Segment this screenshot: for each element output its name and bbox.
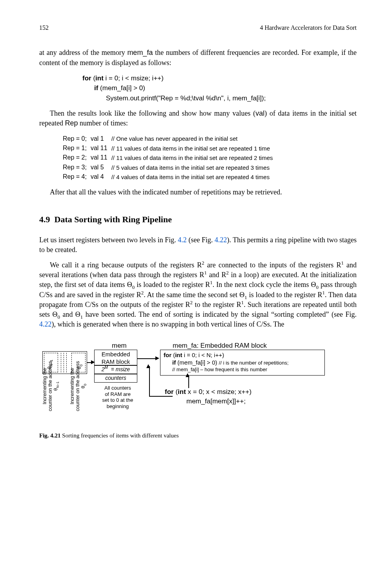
all-counters-note: All countersof RAM areset to 0 at thebeg… bbox=[96, 385, 139, 409]
memfa-title: mem_fa: Embedded RAM block bbox=[173, 341, 267, 350]
running-head: 4 Hardware Accelerators for Data Sort bbox=[260, 24, 357, 32]
table-row: Rep = 3;val 5// 5 values of data items i… bbox=[63, 163, 277, 172]
table-row: Rep = 4;val 4// 4 values of data items i… bbox=[63, 172, 277, 181]
after-results: After that all the values with the indic… bbox=[39, 187, 357, 197]
code-block-printf: for (int i = 0; i < msize; i++) if (mem_… bbox=[82, 73, 357, 103]
mem-label: mem bbox=[112, 341, 127, 350]
counters-box: counters bbox=[94, 374, 137, 383]
figure-link[interactable]: 4.2 bbox=[178, 236, 187, 244]
table-row: Rep = 2;val 11// 11 values of data items… bbox=[63, 153, 277, 162]
table-row: Rep = 1;val 11// 11 values of data items… bbox=[63, 143, 277, 153]
memfa-code-box: for (int i = 0; i < N; i++) if (mem_fa[i… bbox=[160, 350, 325, 376]
msize-box: 2M = msize bbox=[94, 365, 137, 374]
code-inline: mem_fa bbox=[127, 49, 153, 56]
results-table: Rep = 0;val 1// One value has never appe… bbox=[63, 134, 277, 182]
figure-caption: Fig. 4.21 Sorting frequencies of items w… bbox=[39, 432, 357, 440]
page-header: 152 4 Hardware Accelerators for Data Sor… bbox=[39, 24, 357, 32]
code-inline: val bbox=[255, 109, 264, 117]
code-inline: Rep bbox=[65, 119, 78, 127]
mid-paragraph: Then the results look like the following… bbox=[39, 109, 357, 128]
section-heading: 4.9 Data Sorting with Ring Pipeline bbox=[39, 214, 357, 226]
body-paragraph-2: We call it a ring because outputs of the… bbox=[39, 260, 357, 329]
body-paragraph-1: Let us insert registers between two leve… bbox=[39, 235, 357, 255]
page-number: 152 bbox=[39, 24, 49, 32]
embedded-ram-box: EmbeddedRAM block bbox=[94, 350, 137, 365]
figure-link[interactable]: 4.22 bbox=[39, 320, 52, 328]
table-row: Rep = 0;val 1// One value has never appe… bbox=[63, 134, 277, 143]
figure-4-21: Incrementing the counter on the address … bbox=[39, 341, 357, 429]
intro-paragraph: at any address of the memory mem_fa the … bbox=[39, 48, 357, 67]
figure-link[interactable]: 4.22 bbox=[215, 236, 227, 244]
loop-code: for (int x = 0; x < msize; x++) mem_fa[m… bbox=[165, 387, 251, 406]
